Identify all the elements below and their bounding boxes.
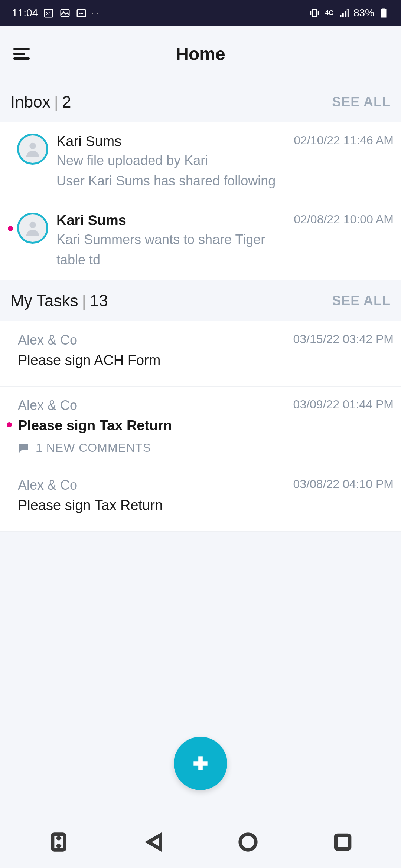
network-4g-icon: 4G [324,7,335,19]
svg-rect-14 [381,9,387,18]
task-time: 03/15/22 03:42 PM [293,332,394,348]
task-item[interactable]: Alex & Co 03/15/22 03:42 PM Please sign … [0,321,401,387]
svg-rect-7 [313,9,316,17]
inbox-count: 2 [62,93,71,111]
signal-icon [339,7,350,19]
inbox-item[interactable]: Kari Sums 02/08/22 10:00 AM Kari Summers… [0,201,401,280]
app-header: Home [0,26,401,82]
calendar-day-icon: 31 [43,7,54,19]
inbox-label: Inbox [10,93,50,111]
task-title: Please sign ACH Form [18,352,394,368]
status-bar: 11:04 31 ⋯ 4G 83% [0,0,401,26]
inbox-time: 02/08/22 10:00 AM [294,213,394,226]
calendar-icon [76,7,87,19]
tasks-label: My Tasks [10,292,78,310]
task-comments: 1 NEW COMMENTS [36,441,151,455]
inbox-preview: table td [56,251,394,269]
svg-point-4 [79,13,81,14]
inbox-sender: Kari Sums [56,213,126,228]
inbox-see-all[interactable]: SEE ALL [332,94,391,110]
svg-rect-13 [347,9,348,17]
task-client: Alex & Co [18,332,77,348]
inbox-preview: User Kari Sums has shared following [56,172,394,190]
svg-point-6 [82,13,84,14]
vibrate-icon [309,7,320,19]
task-time: 03/08/22 04:10 PM [293,477,394,493]
svg-rect-23 [336,835,349,849]
more-icon: ⋯ [92,7,98,19]
page-title: Home [0,44,401,64]
avatar [17,134,48,165]
status-right: 4G 83% [309,7,389,19]
back-button[interactable] [143,832,164,852]
home-button[interactable] [238,832,258,852]
nav-toggle-icon[interactable] [48,832,69,852]
task-time: 03/09/22 01:44 PM [293,398,394,413]
svg-text:31: 31 [46,11,51,16]
svg-point-17 [29,222,36,228]
svg-rect-15 [382,9,385,10]
battery-icon [378,7,389,19]
svg-point-22 [240,834,256,850]
svg-rect-11 [342,13,344,17]
system-nav-bar [0,816,401,868]
tasks-see-all[interactable]: SEE ALL [332,293,391,309]
task-title: Please sign Tax Return [18,418,394,434]
unread-indicator-icon [8,226,13,231]
svg-rect-10 [340,15,342,17]
avatar [17,213,48,244]
tasks-count: 13 [90,292,108,310]
svg-point-5 [81,13,82,14]
inbox-section-header: Inbox | 2 SEE ALL [0,82,401,122]
add-button[interactable] [174,737,227,790]
status-time: 11:04 [12,7,38,19]
battery-percent: 83% [353,7,374,19]
inbox-list: Kari Sums 02/10/22 11:46 AM New file upl… [0,122,401,280]
tasks-section-header: My Tasks | 13 SEE ALL [0,280,401,321]
svg-rect-12 [345,11,346,17]
status-left: 11:04 31 ⋯ [12,7,98,19]
task-title: Please sign Tax Return [18,497,394,513]
task-client: Alex & Co [18,477,77,493]
task-item[interactable]: Alex & Co 03/09/22 01:44 PM Please sign … [0,387,401,466]
menu-button[interactable] [13,46,30,62]
task-item[interactable]: Alex & Co 03/08/22 04:10 PM Please sign … [0,466,401,532]
inbox-time: 02/10/22 11:46 AM [294,134,394,147]
unread-indicator-icon [7,422,12,427]
inbox-sender: Kari Sums [56,134,121,149]
svg-point-16 [29,143,36,149]
tasks-list: Alex & Co 03/15/22 03:42 PM Please sign … [0,321,401,532]
task-client: Alex & Co [18,398,77,413]
inbox-preview: New file uploaded by Kari [56,152,394,170]
comment-icon [18,442,30,454]
inbox-item[interactable]: Kari Sums 02/10/22 11:46 AM New file upl… [0,122,401,201]
image-icon [59,7,71,19]
inbox-preview: Kari Summers wants to share Tiger [56,231,394,249]
recents-button[interactable] [332,832,353,852]
svg-marker-21 [148,835,160,849]
